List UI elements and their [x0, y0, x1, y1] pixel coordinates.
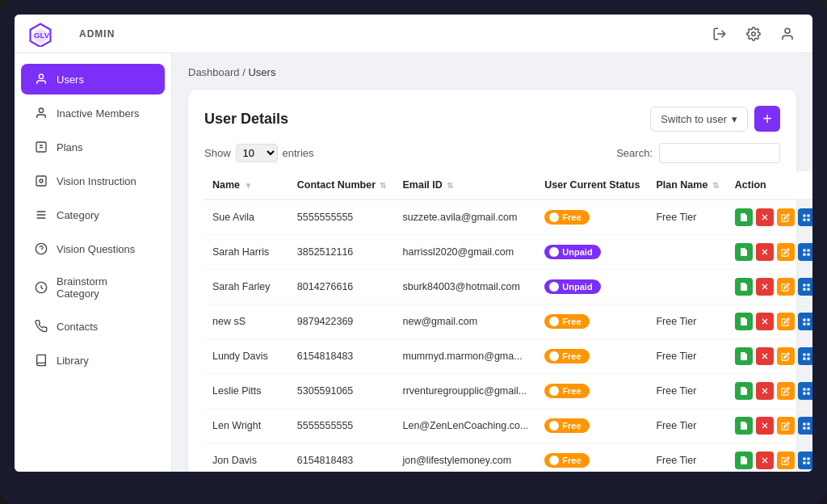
- svg-rect-20: [804, 218, 806, 220]
- cell-name: Sue Avila: [204, 200, 289, 235]
- delete-button[interactable]: [756, 382, 774, 400]
- edit-button[interactable]: [777, 313, 795, 330]
- delete-button[interactable]: [756, 243, 774, 261]
- sidebar: Users Inactive Members: [15, 53, 172, 472]
- sidebar-item-contacts[interactable]: Contacts: [21, 311, 165, 342]
- view-button[interactable]: [735, 452, 753, 469]
- sidebar-item-vision-instruction[interactable]: Vision Instruction: [21, 166, 165, 196]
- status-badge: Free: [544, 314, 589, 329]
- cell-action: [727, 443, 812, 472]
- search-input[interactable]: [659, 143, 780, 163]
- users-table: Name ▼ Contact Number ⇅ Email ID ⇅ User …: [204, 171, 812, 472]
- delete-button[interactable]: [756, 278, 774, 296]
- logo: GLV: [27, 21, 53, 47]
- sidebar-item-vision-questions[interactable]: Vision Questions: [21, 233, 165, 264]
- cell-plan: Free Tier: [648, 409, 726, 443]
- panel-header-right: Switch to user ▾ +: [650, 106, 780, 132]
- inactive-members-icon: [34, 106, 48, 120]
- delete-button[interactable]: [756, 417, 774, 435]
- svg-rect-42: [804, 353, 806, 355]
- cell-action: [727, 374, 812, 409]
- edit-button[interactable]: [777, 243, 795, 261]
- breadcrumb-parent[interactable]: Dashboard: [188, 66, 240, 78]
- sidebar-label-brainstorm: Brainstorm Category: [57, 275, 152, 300]
- add-user-button[interactable]: +: [754, 106, 780, 132]
- sidebar-item-category[interactable]: Category: [21, 200, 165, 230]
- table-row: Sarah Harris 3852512116 harrissl2020@gma…: [204, 235, 812, 270]
- grid-button[interactable]: [798, 243, 812, 261]
- grid-button[interactable]: [798, 278, 812, 296]
- cell-status: Free: [536, 339, 648, 374]
- view-button[interactable]: [735, 278, 753, 296]
- svg-point-6: [39, 74, 43, 78]
- delete-button[interactable]: [756, 452, 774, 469]
- sidebar-item-inactive-members[interactable]: Inactive Members: [21, 98, 165, 128]
- status-badge: Unpaid: [544, 245, 600, 259]
- action-icons: [735, 208, 812, 226]
- sidebar-item-library[interactable]: Library: [21, 345, 165, 376]
- status-badge: Free: [544, 384, 589, 398]
- view-button[interactable]: [735, 313, 753, 330]
- svg-rect-21: [808, 218, 810, 220]
- settings-button[interactable]: [741, 22, 766, 46]
- grid-button[interactable]: [798, 382, 812, 400]
- svg-rect-49: [808, 388, 810, 390]
- table-row: Sue Avila 5555555555 suzzete.avila@gmail…: [204, 200, 812, 235]
- view-button[interactable]: [735, 347, 753, 365]
- profile-button[interactable]: [775, 22, 800, 46]
- grid-button[interactable]: [798, 417, 812, 435]
- view-button[interactable]: [735, 243, 753, 261]
- user-details-panel: User Details Switch to user ▾ + Show: [188, 90, 796, 472]
- col-status: User Current Status: [536, 171, 648, 200]
- view-button[interactable]: [735, 208, 753, 226]
- panel-title: User Details: [204, 111, 288, 128]
- sidebar-label-plans: Plans: [57, 141, 83, 153]
- table-body: Sue Avila 5555555555 suzzete.avila@gmail…: [204, 200, 812, 472]
- view-button[interactable]: [735, 417, 753, 435]
- table-header: Name ▼ Contact Number ⇅ Email ID ⇅ User …: [204, 171, 812, 200]
- cell-status: Free: [536, 443, 648, 472]
- svg-point-5: [785, 28, 790, 33]
- svg-rect-50: [804, 392, 806, 394]
- view-button[interactable]: [735, 382, 753, 400]
- cell-contact: 5555555555: [289, 200, 395, 235]
- edit-button[interactable]: [777, 347, 795, 365]
- logout-button[interactable]: [707, 22, 732, 46]
- status-badge: Unpaid: [544, 279, 600, 294]
- edit-button[interactable]: [777, 278, 795, 296]
- users-icon: [34, 72, 48, 86]
- sidebar-item-plans[interactable]: Plans: [21, 132, 165, 162]
- cell-status: Free: [536, 374, 648, 409]
- table-row: new sS 9879422369 new@gmail.com Free Fre…: [204, 304, 812, 339]
- edit-button[interactable]: [777, 452, 795, 469]
- entries-select[interactable]: 10 25 50 100: [236, 144, 278, 162]
- grid-button[interactable]: [798, 208, 812, 226]
- cell-plan: Free Tier: [648, 339, 726, 374]
- search-label: Search:: [616, 147, 653, 159]
- svg-rect-24: [804, 249, 806, 251]
- entries-label: entries: [283, 147, 314, 159]
- grid-button[interactable]: [798, 347, 812, 365]
- admin-label: ADMIN: [79, 28, 115, 40]
- svg-rect-44: [804, 357, 806, 359]
- panel-header: User Details Switch to user ▾ +: [204, 106, 780, 132]
- edit-button[interactable]: [777, 208, 795, 226]
- table-controls: Show 10 25 50 100 entries Search:: [204, 143, 780, 163]
- sidebar-item-users[interactable]: Users: [21, 64, 165, 94]
- cell-email: suzzete.avila@gmail.com: [394, 200, 536, 235]
- delete-button[interactable]: [756, 347, 774, 365]
- delete-button[interactable]: [756, 313, 774, 330]
- grid-button[interactable]: [798, 313, 812, 330]
- svg-point-4: [752, 32, 756, 36]
- delete-button[interactable]: [756, 208, 774, 226]
- sidebar-label-users: Users: [57, 74, 84, 86]
- cell-contact: 8014276616: [289, 270, 395, 304]
- edit-button[interactable]: [777, 417, 795, 435]
- sidebar-item-brainstorm-category[interactable]: Brainstorm Category: [21, 267, 165, 308]
- cell-name: Len Wright: [204, 409, 289, 443]
- edit-button[interactable]: [777, 382, 795, 400]
- action-icons: [735, 313, 812, 330]
- breadcrumb-current: Users: [248, 66, 275, 78]
- grid-button[interactable]: [798, 452, 812, 469]
- switch-to-user-button[interactable]: Switch to user ▾: [650, 107, 748, 132]
